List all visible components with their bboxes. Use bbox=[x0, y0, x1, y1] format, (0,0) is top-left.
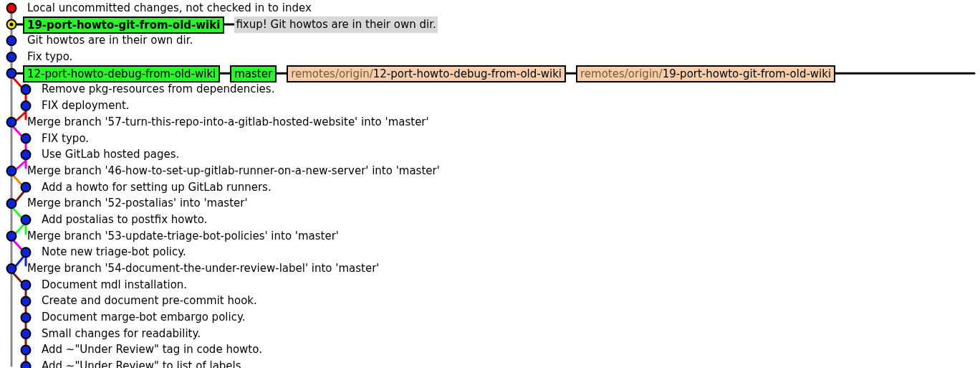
commit-list: Local uncommitted changes, not checked i… bbox=[0, 0, 980, 368]
commit-message: Create and document pre-commit hook. bbox=[40, 293, 259, 309]
ref-label[interactable]: master bbox=[230, 65, 277, 82]
commit-message: Remove pkg-resources from dependencies. bbox=[40, 81, 276, 98]
ref-label[interactable]: remotes/origin/19-port-howto-git-from-ol… bbox=[576, 65, 835, 82]
commit-row[interactable]: Local uncommitted changes, not checked i… bbox=[0, 0, 980, 16]
commit-row[interactable]: Use GitLab hosted pages. bbox=[0, 146, 980, 163]
commit-message: Fix typo. bbox=[26, 49, 74, 65]
commit-message: FIX deployment. bbox=[40, 98, 131, 114]
commit-message: Note new triage-bot policy. bbox=[40, 244, 188, 260]
commit-row[interactable]: Add postalias to postfix howto. bbox=[0, 212, 980, 228]
commit-message: Add ~"Under Review" to list of labels. bbox=[40, 358, 246, 368]
commit-message: Local uncommitted changes, not checked i… bbox=[26, 0, 313, 16]
commit-message: FIX typo. bbox=[40, 131, 90, 147]
commit-row[interactable]: Merge branch '52-postalias' into 'master… bbox=[0, 195, 980, 212]
commit-row[interactable]: Merge branch '54-document-the-under-revi… bbox=[0, 260, 980, 277]
commit-message: Small changes for readability. bbox=[40, 326, 202, 342]
git-log-graph[interactable]: { "rows": [ { "lane": 0, "dot": "red", "… bbox=[0, 0, 980, 368]
commit-row[interactable]: FIX typo. bbox=[0, 131, 980, 147]
commit-message: Use GitLab hosted pages. bbox=[40, 146, 181, 163]
commit-message: Add a howto for setting up GitLab runner… bbox=[40, 179, 273, 196]
commit-message: Add postalias to postfix howto. bbox=[40, 212, 208, 228]
commit-row[interactable]: Note new triage-bot policy. bbox=[0, 244, 980, 260]
commit-row[interactable]: Merge branch '53-update-triage-bot-polic… bbox=[0, 228, 980, 245]
commit-row[interactable]: Create and document pre-commit hook. bbox=[0, 293, 980, 309]
commit-row[interactable]: 12-port-howto-debug-from-old-wikimasterr… bbox=[0, 65, 980, 82]
commit-row[interactable]: FIX deployment. bbox=[0, 98, 980, 114]
commit-row[interactable]: Merge branch '46-how-to-set-up-gitlab-ru… bbox=[0, 163, 980, 179]
commit-row[interactable]: Merge branch '57-turn-this-repo-into-a-g… bbox=[0, 114, 980, 131]
commit-row[interactable]: Remove pkg-resources from dependencies. bbox=[0, 81, 980, 98]
commit-message: Document marge-bot embargo policy. bbox=[40, 309, 246, 326]
ref-label[interactable]: remotes/origin/12-port-howto-debug-from-… bbox=[287, 65, 566, 82]
commit-message: Merge branch '52-postalias' into 'master… bbox=[26, 195, 249, 212]
commit-row[interactable]: 19-port-howto-git-from-old-wikifixup! Gi… bbox=[0, 16, 980, 33]
commit-message: Merge branch '53-update-triage-bot-polic… bbox=[26, 228, 340, 245]
commit-row[interactable]: Add ~"Under Review" tag in code howto. bbox=[0, 341, 980, 358]
commit-row[interactable]: Add ~"Under Review" to list of labels. bbox=[0, 358, 980, 368]
commit-row[interactable]: Git howtos are in their own dir. bbox=[0, 32, 980, 49]
commit-row[interactable]: Fix typo. bbox=[0, 49, 980, 65]
commit-row[interactable]: Document marge-bot embargo policy. bbox=[0, 309, 980, 326]
commit-message: Merge branch '46-how-to-set-up-gitlab-ru… bbox=[26, 163, 441, 179]
commit-message: fixup! Git howtos are in their own dir. bbox=[234, 16, 437, 33]
commit-message: Add ~"Under Review" tag in code howto. bbox=[40, 341, 264, 358]
commit-row[interactable]: Add a howto for setting up GitLab runner… bbox=[0, 179, 980, 196]
commit-row[interactable]: Small changes for readability. bbox=[0, 326, 980, 342]
ref-label[interactable]: 12-port-howto-debug-from-old-wiki bbox=[23, 65, 220, 82]
commit-message: Git howtos are in their own dir. bbox=[26, 32, 194, 49]
commit-message: Merge branch '57-turn-this-repo-into-a-g… bbox=[26, 114, 431, 131]
commit-message: Document mdl installation. bbox=[40, 277, 188, 293]
commit-row[interactable]: Document mdl installation. bbox=[0, 277, 980, 293]
ref-label[interactable]: 19-port-howto-git-from-old-wiki bbox=[23, 16, 224, 34]
commit-message: Merge branch '54-document-the-under-revi… bbox=[26, 260, 380, 277]
